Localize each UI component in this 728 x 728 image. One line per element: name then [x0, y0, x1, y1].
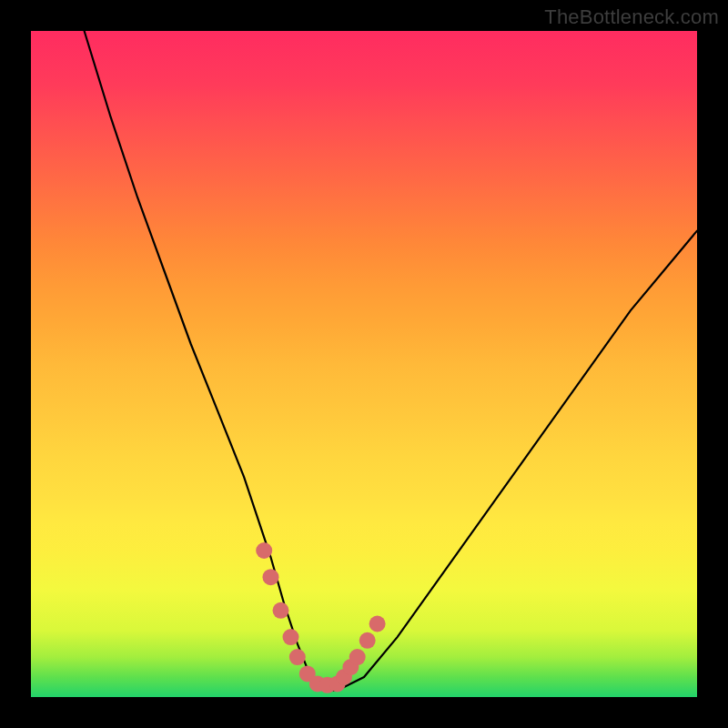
bottleneck-curve-line [85, 31, 697, 691]
chart-frame: TheBottleneck.com [0, 0, 728, 728]
chart-svg [31, 31, 697, 697]
highlight-dot [283, 629, 299, 645]
highlight-dots-group [256, 542, 385, 693]
highlight-dot [273, 602, 289, 619]
highlight-dot [349, 649, 366, 665]
highlight-dot [256, 542, 272, 559]
plot-area [31, 31, 697, 697]
watermark-text: TheBottleneck.com [544, 5, 719, 29]
highlight-dot [263, 569, 279, 585]
highlight-dot [359, 632, 376, 649]
highlight-dot [369, 616, 386, 632]
highlight-dot [289, 649, 306, 665]
